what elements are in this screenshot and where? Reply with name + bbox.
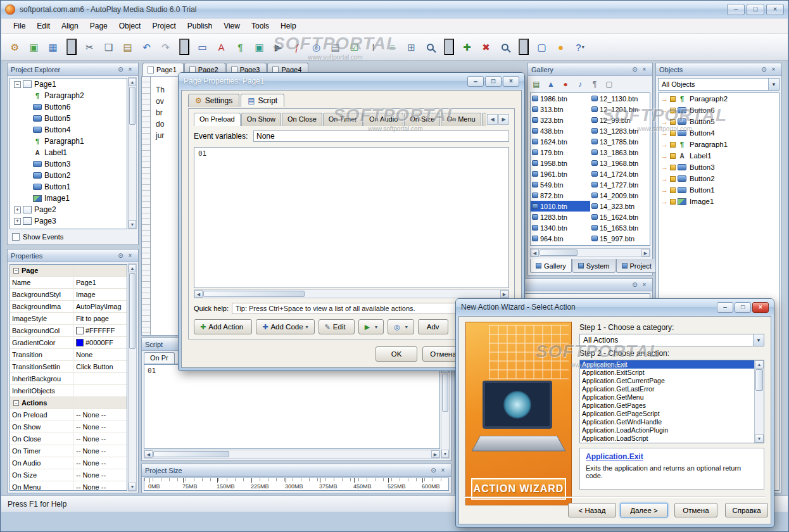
action-list-scrollbar[interactable]: ▲ ▼	[754, 360, 764, 443]
expander-icon[interactable]	[24, 195, 31, 202]
show-events-checkbox[interactable]	[12, 233, 20, 241]
add-page-button[interactable]: ✚	[458, 38, 476, 56]
script-v-scrollbar[interactable]: ▲ ▼	[441, 364, 450, 459]
pin-icon[interactable]: ⊙	[630, 65, 640, 74]
property-row[interactable]: −Page	[10, 265, 127, 277]
scroll-down-icon[interactable]: ▼	[129, 220, 136, 229]
property-row[interactable]: BackgroundCol #FFFFFF	[10, 325, 127, 337]
close-icon[interactable]: ×	[125, 251, 135, 260]
new-listbox-object-button[interactable]: ≡	[384, 38, 401, 56]
gallery-item[interactable]: 1986.btn	[531, 93, 590, 104]
cut-button[interactable]: ✂	[81, 38, 99, 56]
gallery-item[interactable]: 438.btn	[531, 125, 590, 136]
tool-settings-button[interactable]: ⚙	[6, 38, 24, 56]
gallery-item[interactable]: 549.btn	[531, 179, 590, 190]
property-row[interactable]: ImageStyle Fit to page	[10, 313, 127, 325]
expander-icon[interactable]	[24, 104, 31, 111]
object-item-paragraph2[interactable]: → Paragraph2	[659, 93, 779, 104]
event-tab[interactable]: On Preload	[194, 113, 241, 126]
tab-script[interactable]: ▤ Script	[241, 94, 284, 107]
property-row[interactable]: On Timer -- None --	[10, 445, 127, 457]
tab-scroll-left-icon[interactable]: ◀	[487, 114, 498, 125]
tab-settings[interactable]: ⚙ Settings	[188, 94, 239, 107]
tree-item-paragraph2[interactable]: Paragraph2	[10, 90, 127, 101]
gallery-item[interactable]: 13_1283.btn	[590, 125, 650, 136]
event-tab[interactable]: On Size	[404, 113, 440, 126]
chevron-down-icon[interactable]: ▼	[753, 334, 764, 346]
menu-item[interactable]: Object	[113, 19, 147, 33]
gallery-item[interactable]: 14_2009.btn	[590, 190, 650, 201]
expander-icon[interactable]	[24, 184, 31, 191]
tree-item-button5[interactable]: Button5	[10, 113, 127, 124]
object-item-button3[interactable]: → Button3	[659, 162, 779, 173]
publish-button[interactable]: ●	[552, 38, 570, 56]
gallery-item[interactable]: 313.btn	[531, 104, 590, 115]
tree-item-button1[interactable]: Button1	[10, 181, 127, 193]
maximize-button[interactable]: □	[747, 4, 764, 15]
property-row[interactable]: Transition None	[10, 349, 127, 361]
script-h-scrollbar[interactable]: ◀ ▶	[144, 450, 440, 459]
gallery-item[interactable]: 179.btn	[531, 147, 590, 158]
pin-icon[interactable]: ⊙	[116, 251, 125, 260]
gallery-item[interactable]: 15_1624.btn	[590, 212, 650, 222]
tree-item-button4[interactable]: Button4	[10, 124, 127, 136]
gallery-item[interactable]: 13_1968.btn	[590, 158, 650, 168]
close-icon[interactable]: ×	[125, 65, 135, 74]
scroll-right-icon[interactable]: ▶	[641, 249, 650, 256]
object-item-button4[interactable]: → Button4	[659, 127, 779, 139]
scroll-right-icon[interactable]: ▶	[500, 290, 508, 298]
cancel-button[interactable]: Отмена	[674, 503, 717, 517]
close-icon[interactable]: ×	[640, 281, 649, 289]
property-row[interactable]: BackgroundIma AutoPlay\Imag	[10, 301, 127, 313]
event-tab[interactable]: On Key	[482, 113, 486, 126]
gallery-item[interactable]: 12_1201.btn	[590, 104, 650, 115]
new-paragraph-object-button[interactable]: ¶	[232, 38, 249, 56]
action-list-item[interactable]: Application.Exit	[580, 360, 754, 369]
tree-item-label1[interactable]: Label1	[10, 147, 127, 158]
gallery-record-button[interactable]: ●	[559, 79, 572, 91]
property-row[interactable]: On Show -- None --	[10, 421, 127, 433]
object-item-image1[interactable]: → Image1	[659, 196, 779, 207]
action-list-item[interactable]: Application.LoadScript	[580, 434, 754, 443]
scroll-down-icon[interactable]: ▼	[441, 450, 449, 458]
gallery-item[interactable]: 15_1653.btn	[590, 222, 650, 233]
action-list-item[interactable]: Application.ExitScript	[580, 369, 754, 377]
expander-icon[interactable]: +	[14, 218, 21, 225]
object-item-button5[interactable]: → Button5	[659, 116, 779, 127]
tree-item-page3[interactable]: + Page3	[10, 215, 127, 227]
scroll-thumb[interactable]	[442, 374, 448, 412]
gallery-item[interactable]: 1624.btn	[531, 136, 590, 147]
new-image-object-button[interactable]: ▣	[251, 38, 268, 56]
new-web-object-button[interactable]: ◎	[308, 38, 325, 56]
property-row[interactable]: −Actions	[10, 397, 127, 409]
event-tab[interactable]: On Timer	[323, 113, 363, 126]
category-expander-icon[interactable]: −	[13, 268, 19, 274]
gallery-scrollbar[interactable]: ◀ ▶	[530, 248, 650, 257]
new-tree-object-button[interactable]: ⊞	[403, 38, 420, 56]
property-row[interactable]: On Size -- None --	[10, 469, 127, 481]
ok-button[interactable]: OK	[376, 346, 417, 362]
scroll-up-icon[interactable]: ▲	[129, 78, 136, 86]
tree-item-button6[interactable]: Button6	[10, 101, 127, 113]
tree-scrollbar[interactable]: ▲ ▼	[128, 77, 137, 229]
action-list-item[interactable]: Application.LoadActionPlugin	[580, 426, 754, 434]
scroll-thumb[interactable]	[755, 369, 763, 391]
scroll-thumb[interactable]	[203, 291, 305, 297]
tab-project[interactable]: Project	[616, 259, 657, 273]
menu-item[interactable]: Publish	[182, 19, 218, 33]
pin-icon[interactable]: ⊙	[429, 466, 438, 475]
gallery-item[interactable]: 14_323.btn	[590, 201, 650, 212]
scroll-thumb[interactable]	[153, 451, 229, 457]
run-script-button[interactable]: ▶ ▾	[358, 319, 384, 334]
close-button[interactable]: ×	[752, 302, 769, 313]
scroll-down-icon[interactable]: ▼	[129, 483, 136, 491]
zoom-button[interactable]	[422, 38, 439, 56]
scroll-thumb[interactable]	[129, 273, 136, 349]
gallery-item[interactable]: 1961.btn	[531, 168, 590, 179]
close-icon[interactable]: ×	[769, 65, 778, 74]
next-button[interactable]: Далее >	[620, 503, 668, 517]
scroll-thumb[interactable]	[540, 250, 578, 256]
gallery-view-button[interactable]: ▤	[530, 79, 543, 91]
gallery-item[interactable]: 14_1724.btn	[590, 168, 650, 179]
expander-icon[interactable]: +	[14, 206, 21, 213]
